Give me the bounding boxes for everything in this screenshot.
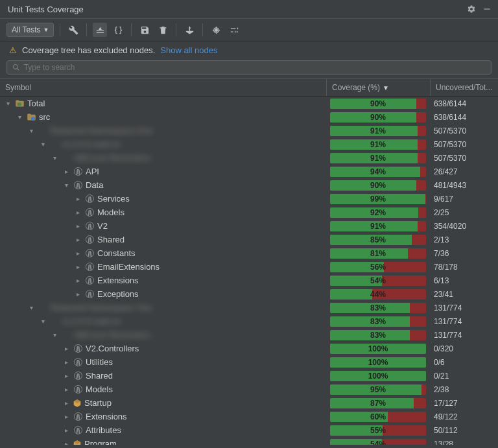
tree-row[interactable]: ▸Exceptions44%23/41 bbox=[0, 287, 498, 301]
chevron-down-icon[interactable]: ▾ bbox=[16, 113, 23, 121]
chevron-right-icon[interactable]: ▸ bbox=[62, 399, 70, 407]
tree-row-symbol[interactable]: ▸Extensions bbox=[0, 274, 326, 287]
tree-row[interactable]: ▾ABCsum Reminders91%507/5370 bbox=[0, 151, 498, 165]
wrench-icon[interactable] bbox=[66, 23, 80, 37]
chevron-right-icon[interactable]: ▸ bbox=[62, 440, 70, 445]
tree-row-symbol[interactable]: ▸Constants bbox=[0, 246, 326, 260]
chevron-down-icon[interactable]: ▾ bbox=[27, 127, 35, 134]
tree-row-symbol[interactable]: ▾v1.0.0.0 web Ui bbox=[0, 137, 326, 151]
chevron-down-icon[interactable]: ▾ bbox=[27, 304, 35, 311]
tree-row[interactable]: ▸API94%26/427 bbox=[0, 165, 498, 178]
tree-row-symbol[interactable]: ▸Attributes bbox=[0, 423, 326, 437]
tree-row-symbol[interactable]: ▾ABCsum Reminders bbox=[0, 328, 326, 342]
chevron-right-icon[interactable]: ▸ bbox=[62, 413, 70, 420]
tree-row[interactable]: ▸Models95%2/38 bbox=[0, 383, 498, 396]
tree-row[interactable]: ▸Program54%13/28 bbox=[0, 437, 498, 445]
header-coverage[interactable]: Coverage (%) ▼ bbox=[326, 79, 430, 96]
tree-row-symbol[interactable]: ▸Services bbox=[0, 192, 326, 206]
tree-row-symbol[interactable]: ▸Exceptions bbox=[0, 287, 326, 301]
save-icon[interactable] bbox=[137, 23, 152, 37]
search-box[interactable] bbox=[6, 60, 492, 75]
tree-row[interactable]: ▸Shared100%0/21 bbox=[0, 369, 498, 383]
search-input[interactable] bbox=[24, 63, 486, 72]
tree-row[interactable]: ▸Models92%2/25 bbox=[0, 206, 498, 219]
tree-row[interactable]: ▸Shared85%2/13 bbox=[0, 233, 498, 246]
chevron-right-icon[interactable]: ▸ bbox=[74, 195, 82, 202]
chevron-right-icon[interactable]: ▸ bbox=[62, 168, 70, 175]
tree-row-symbol[interactable]: ▸V2.Controllers bbox=[0, 342, 326, 355]
chevron-right-icon[interactable]: ▸ bbox=[74, 222, 82, 230]
chevron-right-icon[interactable]: ▸ bbox=[62, 372, 70, 379]
chevron-right-icon[interactable]: ▸ bbox=[62, 359, 70, 366]
tree-row-symbol[interactable]: ▾v1.0.0.0 web Ui bbox=[0, 314, 326, 328]
tree-row[interactable]: ▾v1.0.0.0 web Ui83%131/774 bbox=[0, 314, 498, 328]
settings-sliders-icon[interactable] bbox=[227, 23, 241, 37]
chevron-right-icon[interactable]: ▸ bbox=[74, 236, 82, 243]
tree-row[interactable]: ▸Extensions54%6/13 bbox=[0, 274, 498, 287]
tree-row-symbol[interactable]: ▾Redacted Namespace Two bbox=[0, 301, 326, 314]
chevron-right-icon[interactable]: ▸ bbox=[74, 209, 82, 216]
tree-row[interactable]: ▸EmailExtensions56%78/178 bbox=[0, 260, 498, 274]
tree-row[interactable]: ▸Utilities100%0/6 bbox=[0, 355, 498, 369]
delete-icon[interactable] bbox=[156, 23, 170, 37]
tree-row[interactable]: ▸Extensions60%49/122 bbox=[0, 410, 498, 423]
coverage-bar: 90% bbox=[330, 99, 426, 109]
coverage-tree[interactable]: ▾Total90%638/6144▾src90%638/6144▾Redacte… bbox=[0, 97, 498, 445]
tree-row[interactable]: ▸Startup87%17/127 bbox=[0, 396, 498, 410]
show-all-nodes-link[interactable]: Show all nodes bbox=[160, 45, 217, 55]
navigate-icon[interactable] bbox=[182, 23, 196, 37]
coverage-bar-cell: 100% bbox=[326, 355, 430, 369]
scope-dropdown[interactable]: All Tests ▼ bbox=[6, 23, 54, 37]
highlight-icon[interactable] bbox=[93, 23, 107, 37]
braces-icon[interactable] bbox=[111, 23, 125, 37]
tree-row[interactable]: ▸Constants81%7/36 bbox=[0, 246, 498, 260]
coverage-bar: 91% bbox=[330, 139, 426, 150]
chevron-right-icon[interactable]: ▸ bbox=[74, 277, 82, 284]
chevron-right-icon[interactable]: ▸ bbox=[62, 345, 70, 352]
chevron-down-icon[interactable]: ▾ bbox=[51, 331, 58, 338]
chevron-right-icon[interactable]: ▸ bbox=[74, 250, 82, 257]
tree-row-symbol[interactable]: ▸V2 bbox=[0, 219, 326, 233]
chevron-down-icon[interactable]: ▾ bbox=[39, 141, 47, 148]
tree-row[interactable]: ▸V291%354/4020 bbox=[0, 219, 498, 233]
tree-row-symbol[interactable]: ▾Data bbox=[0, 178, 326, 192]
tree-row[interactable]: ▾Data90%481/4943 bbox=[0, 178, 498, 192]
tree-row[interactable]: ▾Redacted Namespace Two83%131/774 bbox=[0, 301, 498, 314]
chevron-right-icon[interactable]: ▸ bbox=[74, 263, 82, 270]
tree-row[interactable]: ▾ABCsum Reminders83%131/774 bbox=[0, 328, 498, 342]
header-uncovered[interactable]: Uncovered/Tot... bbox=[430, 79, 498, 96]
tree-row-symbol[interactable]: ▸Extensions bbox=[0, 410, 326, 423]
tree-row-symbol[interactable]: ▾src bbox=[0, 110, 326, 124]
chevron-down-icon[interactable]: ▾ bbox=[62, 182, 70, 189]
minimize-icon[interactable] bbox=[482, 5, 492, 14]
tree-row[interactable]: ▸Services99%9/617 bbox=[0, 192, 498, 206]
tree-row[interactable]: ▸V2.Controllers100%0/320 bbox=[0, 342, 498, 355]
tree-row[interactable]: ▾Total90%638/6144 bbox=[0, 97, 498, 110]
gear-icon[interactable] bbox=[467, 5, 476, 14]
target-icon[interactable] bbox=[209, 23, 223, 37]
tree-row[interactable]: ▾src90%638/6144 bbox=[0, 110, 498, 124]
chevron-right-icon[interactable]: ▸ bbox=[74, 290, 82, 298]
tree-row-symbol[interactable]: ▸Models bbox=[0, 206, 326, 219]
tree-row-symbol[interactable]: ▸Utilities bbox=[0, 355, 326, 369]
tree-row-symbol[interactable]: ▸API bbox=[0, 165, 326, 178]
tree-row-symbol[interactable]: ▸Models bbox=[0, 383, 326, 396]
tree-row[interactable]: ▸Attributes55%50/112 bbox=[0, 423, 498, 437]
tree-row-symbol[interactable]: ▸Shared bbox=[0, 233, 326, 246]
tree-row-symbol[interactable]: ▸Shared bbox=[0, 369, 326, 383]
tree-row[interactable]: ▾Redacted Namespace One91%507/5370 bbox=[0, 124, 498, 137]
tree-row-symbol[interactable]: ▾Total bbox=[0, 97, 326, 110]
tree-row-symbol[interactable]: ▾Redacted Namespace One bbox=[0, 124, 326, 137]
tree-row-symbol[interactable]: ▾ABCsum Reminders bbox=[0, 151, 326, 165]
tree-row[interactable]: ▾v1.0.0.0 web Ui91%507/5370 bbox=[0, 137, 498, 151]
chevron-right-icon[interactable]: ▸ bbox=[62, 427, 70, 434]
tree-row-symbol[interactable]: ▸EmailExtensions bbox=[0, 260, 326, 274]
header-symbol[interactable]: Symbol bbox=[0, 79, 326, 96]
chevron-right-icon[interactable]: ▸ bbox=[62, 386, 70, 393]
tree-row-symbol[interactable]: ▸Startup bbox=[0, 396, 326, 410]
chevron-down-icon[interactable]: ▾ bbox=[39, 318, 47, 325]
chevron-down-icon[interactable]: ▾ bbox=[4, 100, 12, 107]
tree-row-symbol[interactable]: ▸Program bbox=[0, 437, 326, 445]
coverage-bar-cell: 95% bbox=[326, 383, 430, 396]
chevron-down-icon[interactable]: ▾ bbox=[51, 154, 58, 161]
